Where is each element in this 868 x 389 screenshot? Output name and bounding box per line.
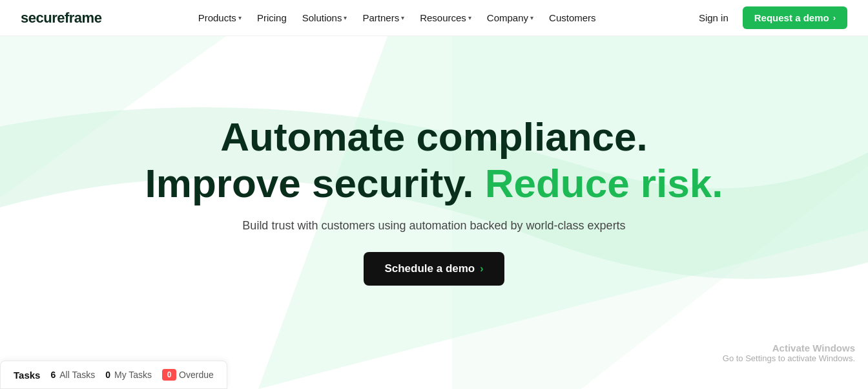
chevron-down-icon: ▾ — [238, 14, 242, 21]
overdue-label: Overdue — [179, 370, 214, 380]
nav-customers[interactable]: Customers — [542, 8, 603, 27]
hero-title-dark: Improve security. — [145, 161, 474, 205]
tasks-bar: Tasks 6 All Tasks 0 My Tasks 0 Overdue — [0, 361, 227, 389]
hero-title-line2: Improve security. Reduce risk. — [145, 160, 723, 206]
chevron-right-icon: › — [833, 13, 836, 23]
nav-products[interactable]: Products ▾ — [192, 8, 248, 27]
windows-activation-notice: Activate Windows Go to Settings to activ… — [723, 342, 855, 363]
windows-activation-subtitle: Go to Settings to activate Windows. — [723, 353, 855, 363]
chevron-down-icon: ▾ — [344, 14, 347, 21]
chevron-down-icon: ▾ — [401, 14, 404, 21]
my-tasks-item[interactable]: 0 My Tasks — [105, 370, 152, 380]
tasks-label: Tasks — [14, 370, 40, 381]
chevron-down-icon: ▾ — [530, 14, 533, 21]
windows-activation-title: Activate Windows — [723, 342, 855, 353]
navbar: secureframe Products ▾ Pricing Solutions… — [0, 0, 868, 36]
my-tasks-count: 0 — [105, 370, 110, 380]
hero-title-line1: Automate compliance. — [145, 114, 723, 160]
hero-title-green: Reduce risk. — [473, 161, 723, 205]
nav-pricing[interactable]: Pricing — [251, 8, 293, 27]
brand-name: secureframe — [21, 10, 101, 26]
hero-title: Automate compliance. Improve security. R… — [145, 114, 723, 206]
chevron-right-icon: › — [480, 263, 483, 275]
sign-in-button[interactable]: Sign in — [692, 8, 735, 27]
hero-section: Automate compliance. Improve security. R… — [0, 36, 868, 389]
nav-company[interactable]: Company ▾ — [480, 8, 540, 27]
hero-content: Automate compliance. Improve security. R… — [145, 114, 723, 286]
chevron-down-icon: ▾ — [468, 14, 471, 21]
schedule-demo-button[interactable]: Schedule a demo › — [364, 252, 504, 286]
all-tasks-item[interactable]: 6 All Tasks — [50, 370, 95, 380]
hero-subtitle: Build trust with customers using automat… — [242, 219, 625, 233]
nav-solutions[interactable]: Solutions ▾ — [296, 8, 354, 27]
brand-logo[interactable]: secureframe — [21, 10, 101, 26]
all-tasks-count: 6 — [50, 370, 56, 380]
all-tasks-label: All Tasks — [59, 370, 95, 380]
nav-menu: Products ▾ Pricing Solutions ▾ Partners … — [101, 8, 692, 27]
navbar-actions: Sign in Request a demo › — [692, 6, 847, 29]
nav-resources[interactable]: Resources ▾ — [413, 8, 478, 27]
request-demo-button[interactable]: Request a demo › — [743, 6, 847, 29]
overdue-badge: 0 — [162, 369, 176, 381]
my-tasks-label: My Tasks — [114, 370, 152, 380]
nav-partners[interactable]: Partners ▾ — [356, 8, 411, 27]
overdue-item[interactable]: 0 Overdue — [162, 369, 214, 381]
